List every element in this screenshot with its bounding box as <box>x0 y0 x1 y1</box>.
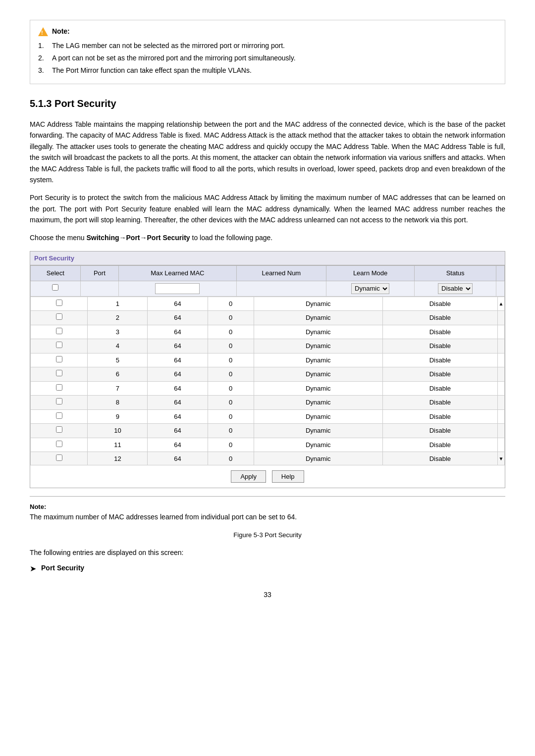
select-all-checkbox[interactable] <box>52 284 58 291</box>
row-checkbox[interactable] <box>56 454 62 461</box>
section-heading: 5.1.3 Port Security <box>30 96 505 111</box>
port-security-widget: Port Security Select Port Max Learned MA… <box>30 251 505 488</box>
note-header: Note: <box>38 26 497 37</box>
table-row: 5640DynamicDisable <box>31 353 505 367</box>
table-row: 2640DynamicDisable <box>31 311 505 325</box>
row-checkbox[interactable] <box>56 370 62 376</box>
bottom-note: Note: The maximum number of MAC addresse… <box>30 496 505 522</box>
note-item-2: 2. A port can not be set as the mirrored… <box>38 53 497 63</box>
apply-button[interactable]: Apply <box>231 470 266 483</box>
warning-triangle-icon <box>38 27 48 36</box>
max-learned-mac-input[interactable] <box>155 283 200 294</box>
subsection-title: Port Security <box>41 563 84 573</box>
col-max-learned-mac: Max Learned MAC <box>119 266 237 281</box>
table-row: 10640DynamicDisable <box>31 424 505 438</box>
table-row: 12640DynamicDisable▼ <box>31 452 505 465</box>
bottom-note-text: The maximum number of MAC addresses lear… <box>30 513 297 521</box>
figure-caption: Figure 5-3 Port Security <box>30 530 505 540</box>
col-learned-num: Learned Num <box>236 266 326 281</box>
row-checkbox[interactable] <box>56 313 62 320</box>
page-number: 33 <box>30 590 505 600</box>
learn-mode-select[interactable]: Dynamic Static <box>351 283 389 294</box>
col-select: Select <box>31 266 81 281</box>
menu-line: Choose the menu Switching→Port→Port Secu… <box>30 233 505 243</box>
row-checkbox[interactable] <box>56 384 62 391</box>
col-port: Port <box>80 266 118 281</box>
table-row: 6640DynamicDisable <box>31 367 505 382</box>
input-select-checkbox[interactable] <box>31 281 81 296</box>
port-security-data-table: 1640DynamicDisable▲2640DynamicDisable364… <box>30 297 505 465</box>
note-item-3: 3. The Port Mirror function can take eff… <box>38 65 497 76</box>
row-checkbox[interactable] <box>56 398 62 404</box>
paragraph-2: Port Security is to protect the switch f… <box>30 192 505 225</box>
paragraph-1: MAC Address Table maintains the mapping … <box>30 119 505 185</box>
note-label: Note: <box>52 26 70 37</box>
note-items: 1. The LAG member can not be selected as… <box>38 41 497 76</box>
following-entries-text: The following entries are displayed on t… <box>30 548 505 558</box>
top-note-box: Note: 1. The LAG member can not be selec… <box>30 20 505 84</box>
row-checkbox[interactable] <box>56 356 62 362</box>
table-row: 3640DynamicDisable <box>31 325 505 339</box>
arrow-bullet-icon: ➤ <box>30 563 36 575</box>
row-checkbox[interactable] <box>56 412 62 419</box>
widget-title: Port Security <box>30 252 505 266</box>
status-select[interactable]: Disable Enable <box>438 283 473 294</box>
row-checkbox[interactable] <box>56 342 62 348</box>
table-header-row: Select Port Max Learned MAC Learned Num … <box>31 266 505 281</box>
table-row: 8640DynamicDisable <box>31 396 505 410</box>
help-button[interactable]: Help <box>272 470 304 483</box>
row-checkbox[interactable] <box>56 300 62 306</box>
table-row: 9640DynamicDisable <box>31 409 505 424</box>
bottom-note-label: Note: <box>30 503 46 510</box>
button-row: Apply Help <box>30 465 505 488</box>
table-row: 11640DynamicDisable <box>31 438 505 452</box>
table-row: 1640DynamicDisable▲ <box>31 297 505 311</box>
port-security-table: Select Port Max Learned MAC Learned Num … <box>30 265 505 297</box>
table-scroll-area[interactable]: 1640DynamicDisable▲2640DynamicDisable364… <box>30 297 505 465</box>
col-status: Status <box>415 266 496 281</box>
table-row: 7640DynamicDisable <box>31 381 505 396</box>
row-checkbox[interactable] <box>56 441 62 447</box>
table-input-row: Dynamic Static Disable Enable <box>31 281 505 296</box>
col-learn-mode: Learn Mode <box>326 266 415 281</box>
subsection-port-security: ➤ Port Security <box>30 563 505 575</box>
note-item-1: 1. The LAG member can not be selected as… <box>38 41 497 51</box>
row-checkbox[interactable] <box>56 426 62 433</box>
table-row: 4640DynamicDisable <box>31 339 505 353</box>
row-checkbox[interactable] <box>56 328 62 334</box>
